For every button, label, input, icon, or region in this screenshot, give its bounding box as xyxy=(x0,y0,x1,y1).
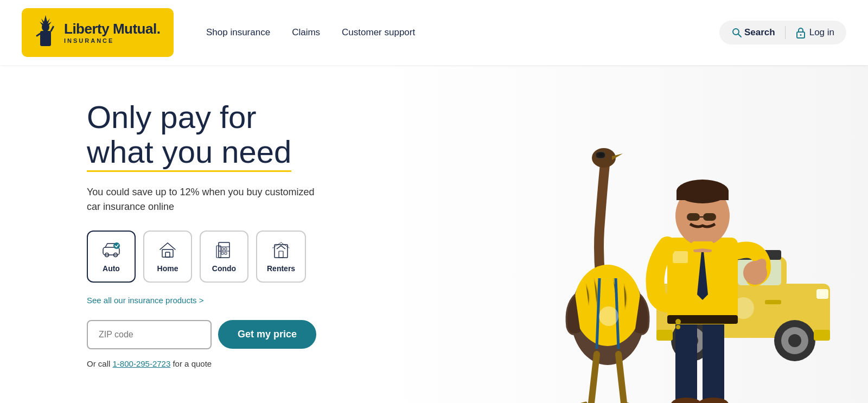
svg-rect-16 xyxy=(219,242,229,258)
logo-text: Liberty Mutual. INSURANCE xyxy=(64,21,160,44)
left-panel: Only pay for what you need You could sav… xyxy=(0,65,369,403)
hero-image-panel xyxy=(369,65,868,403)
main-content: Only pay for what you need You could sav… xyxy=(0,65,868,403)
svg-rect-22 xyxy=(225,252,227,254)
get-price-button[interactable]: Get my price xyxy=(218,320,316,349)
logo[interactable]: Liberty Mutual. INSURANCE xyxy=(22,8,174,57)
svg-point-1 xyxy=(42,23,49,31)
svg-rect-19 xyxy=(221,248,224,250)
nav-shop-insurance[interactable]: Shop insurance xyxy=(206,27,270,38)
svg-rect-60 xyxy=(703,316,724,403)
insurance-type-condo[interactable]: Condo xyxy=(200,231,248,283)
headline-line2: what you need xyxy=(87,135,291,172)
logo-sub: INSURANCE xyxy=(64,37,160,44)
svg-point-58 xyxy=(599,306,618,326)
call-suffix: for a quote xyxy=(170,359,212,368)
login-label: Log in xyxy=(809,27,834,38)
header-divider xyxy=(785,26,786,39)
hero-scene xyxy=(380,67,868,403)
svg-rect-15 xyxy=(165,252,170,257)
emu-group xyxy=(566,148,649,403)
insurance-type-home[interactable]: Home xyxy=(143,231,192,283)
zip-cta-row: Get my price xyxy=(87,320,336,349)
zip-input[interactable] xyxy=(87,320,212,349)
svg-line-5 xyxy=(37,34,40,36)
renters-label: Renters xyxy=(267,264,295,273)
phone-link[interactable]: 1-800-295-2723 xyxy=(113,359,171,368)
svg-point-74 xyxy=(675,319,681,324)
main-nav: Shop insurance Claims Customer support xyxy=(206,27,719,38)
home-label: Home xyxy=(157,264,178,273)
svg-point-13 xyxy=(113,242,120,249)
headline-line1: Only pay for xyxy=(87,99,257,135)
svg-point-75 xyxy=(676,325,680,329)
svg-rect-46 xyxy=(816,289,828,299)
svg-rect-59 xyxy=(675,316,697,403)
svg-rect-69 xyxy=(676,190,729,200)
svg-point-53 xyxy=(574,265,641,346)
svg-point-9 xyxy=(800,34,801,36)
svg-rect-45 xyxy=(814,330,830,341)
insurance-type-auto[interactable]: Auto xyxy=(87,231,136,283)
condo-icon xyxy=(214,240,234,260)
see-all-link[interactable]: See all our insurance products > xyxy=(87,296,336,305)
hero-subtext: You could save up to 12% when you buy cu… xyxy=(87,185,326,214)
logo-icon xyxy=(33,14,59,51)
svg-rect-71 xyxy=(703,213,716,221)
call-text: Or call 1-800-295-2723 for a quote xyxy=(87,359,336,368)
search-label: Search xyxy=(744,27,775,38)
svg-rect-70 xyxy=(687,213,700,221)
insurance-type-selector: Auto Home xyxy=(87,231,336,283)
svg-point-4 xyxy=(53,21,56,27)
home-icon xyxy=(158,240,177,260)
svg-line-56 xyxy=(591,354,597,403)
svg-point-43 xyxy=(788,334,801,347)
svg-rect-25 xyxy=(279,251,283,258)
header: Liberty Mutual. INSURANCE Shop insurance… xyxy=(0,0,868,65)
lock-icon xyxy=(795,27,806,39)
svg-rect-50 xyxy=(596,152,605,158)
login-button[interactable]: Log in xyxy=(795,27,834,39)
svg-rect-14 xyxy=(162,250,173,257)
svg-rect-21 xyxy=(221,252,224,254)
svg-rect-36 xyxy=(765,300,781,304)
auto-label: Auto xyxy=(103,264,120,273)
logo-name: Liberty Mutual. xyxy=(64,21,160,37)
headline: Only pay for what you need xyxy=(87,100,336,172)
search-button[interactable]: Search xyxy=(731,27,775,38)
search-icon xyxy=(731,27,742,38)
svg-line-57 xyxy=(618,354,624,403)
call-prefix: Or call xyxy=(87,359,113,368)
svg-rect-65 xyxy=(673,251,688,263)
svg-rect-2 xyxy=(40,31,51,46)
svg-rect-44 xyxy=(656,330,673,341)
condo-label: Condo xyxy=(212,264,236,273)
svg-line-7 xyxy=(738,34,741,37)
nav-claims[interactable]: Claims xyxy=(292,27,320,38)
svg-rect-20 xyxy=(225,248,227,250)
auto-icon xyxy=(101,240,121,260)
renters-icon xyxy=(271,240,291,260)
search-login-bar[interactable]: Search Log in xyxy=(719,21,846,44)
nav-customer-support[interactable]: Customer support xyxy=(342,27,415,38)
insurance-type-renters[interactable]: Renters xyxy=(256,231,306,283)
